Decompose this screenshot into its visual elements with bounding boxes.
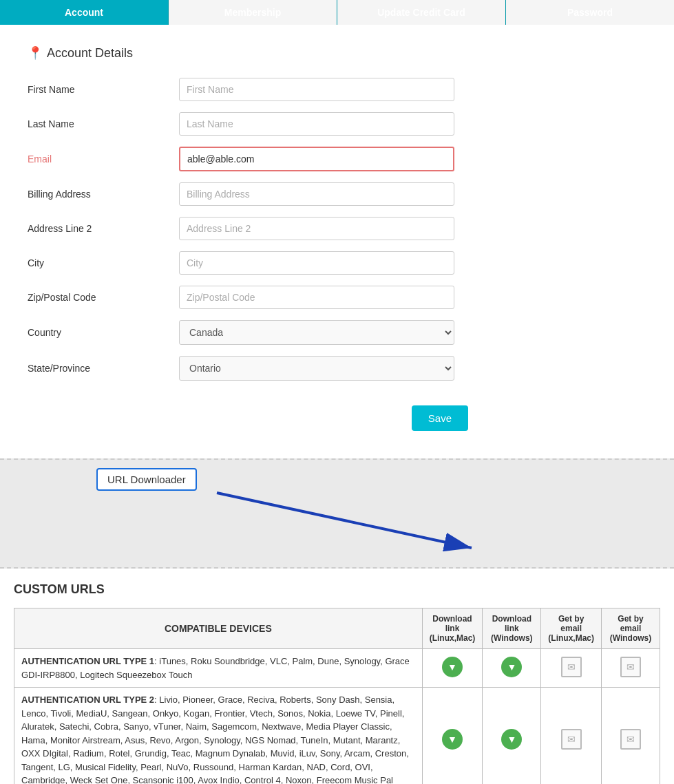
tab-update-credit-card[interactable]: Update Credit Card	[337, 0, 506, 25]
row-2-download-windows[interactable]	[483, 688, 541, 785]
email-input[interactable]	[179, 147, 454, 171]
first-name-label: First Name	[28, 84, 179, 95]
first-name-group: First Name	[28, 78, 646, 101]
first-name-input[interactable]	[179, 78, 454, 101]
account-details-section: 📍 Account Details First Name Last Name E…	[0, 25, 674, 458]
download-windows-icon[interactable]	[501, 729, 522, 750]
last-name-input[interactable]	[179, 112, 454, 136]
section-title: 📍 Account Details	[28, 45, 646, 61]
state-group: State/Province Ontario Quebec British Co…	[28, 356, 646, 381]
country-select[interactable]: Canada United States United Kingdom Aust…	[179, 320, 454, 345]
tab-account[interactable]: Account	[0, 0, 169, 25]
tab-password[interactable]: Password	[506, 0, 674, 25]
email-windows-icon[interactable]	[620, 657, 641, 677]
custom-urls-title: CUSTOM URLS	[14, 582, 660, 597]
row-1-devices: AUTHENTICATION URL TYPE 1: iTunes, Roku …	[14, 649, 423, 688]
save-row: Save	[28, 392, 468, 438]
row-1-download-windows[interactable]	[483, 649, 541, 688]
row-2-email-windows[interactable]	[602, 688, 660, 785]
row-1-email-windows[interactable]	[602, 649, 660, 688]
zip-input[interactable]	[179, 286, 454, 309]
download-windows-header: Download link (Windows)	[483, 608, 541, 649]
email-windows-icon[interactable]	[620, 729, 641, 750]
zip-group: Zip/Postal Code	[28, 286, 646, 309]
country-label: Country	[28, 327, 179, 338]
city-label: City	[28, 257, 179, 268]
row-2-devices: AUTHENTICATION URL TYPE 2: Livio, Pionee…	[14, 688, 423, 785]
billing-address-group: Billing Address	[28, 182, 646, 206]
download-linux-mac-icon[interactable]	[442, 729, 463, 750]
address-line-2-input[interactable]	[179, 217, 454, 240]
billing-address-input[interactable]	[179, 182, 454, 206]
devices-table: COMPATIBLE DEVICES Download link (Linux,…	[14, 608, 660, 784]
city-group: City	[28, 251, 646, 275]
pin-icon: 📍	[28, 45, 43, 61]
email-linux-mac-header: Get by email (Linux,Mac)	[541, 608, 602, 649]
download-linux-mac-header: Download link (Linux,Mac)	[422, 608, 483, 649]
table-row: AUTHENTICATION URL TYPE 1: iTunes, Roku …	[14, 649, 660, 688]
last-name-label: Last Name	[28, 118, 179, 129]
custom-urls-section: CUSTOM URLS COMPATIBLE DEVICES Download …	[0, 569, 674, 784]
country-group: Country Canada United States United King…	[28, 320, 646, 345]
address-line-2-label: Address Line 2	[28, 223, 179, 234]
email-linux-mac-icon[interactable]	[561, 657, 582, 677]
row-2-download-linux[interactable]	[422, 688, 483, 785]
row-1-download-linux[interactable]	[422, 649, 483, 688]
url-downloader-section: URL Downloader	[0, 458, 674, 569]
zip-label: Zip/Postal Code	[28, 292, 179, 303]
address-line-2-group: Address Line 2	[28, 217, 646, 240]
svg-line-1	[217, 493, 472, 548]
table-row: AUTHENTICATION URL TYPE 2: Livio, Pionee…	[14, 688, 660, 785]
state-label: State/Province	[28, 363, 179, 374]
compatible-devices-header: COMPATIBLE DEVICES	[14, 608, 423, 649]
city-input[interactable]	[179, 251, 454, 275]
download-windows-icon[interactable]	[501, 657, 522, 677]
save-button[interactable]: Save	[412, 405, 468, 431]
billing-address-label: Billing Address	[28, 189, 179, 200]
nav-tabs: Account Membership Update Credit Card Pa…	[0, 0, 674, 25]
email-windows-header: Get by email (Windows)	[602, 608, 660, 649]
arrow-svg	[0, 460, 674, 570]
last-name-group: Last Name	[28, 112, 646, 136]
state-select[interactable]: Ontario Quebec British Columbia Alberta	[179, 356, 454, 381]
email-linux-mac-icon[interactable]	[561, 729, 582, 750]
row-2-email-linux[interactable]	[541, 688, 602, 785]
email-group: Email	[28, 147, 646, 171]
download-linux-mac-icon[interactable]	[442, 657, 463, 677]
row-1-email-linux[interactable]	[541, 649, 602, 688]
email-label: Email	[28, 153, 179, 165]
tab-membership[interactable]: Membership	[169, 0, 337, 25]
